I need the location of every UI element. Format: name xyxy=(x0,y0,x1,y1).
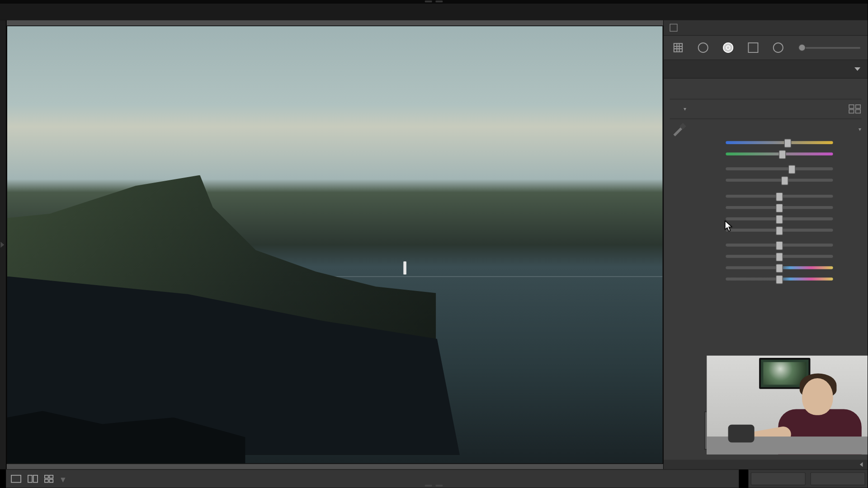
bottom-buttons xyxy=(748,469,868,488)
white-balance-picker-icon[interactable] xyxy=(670,120,688,138)
top-strip xyxy=(0,0,868,4)
slider-exposure[interactable] xyxy=(670,163,862,174)
profile-dropdown[interactable]: ▾ xyxy=(680,106,687,112)
slider-temp[interactable] xyxy=(670,137,862,148)
view-survey-icon[interactable] xyxy=(44,474,55,483)
slider-tint[interactable] xyxy=(670,148,862,160)
crop-tool-icon[interactable] xyxy=(670,41,685,55)
view-compare-icon[interactable] xyxy=(28,474,38,483)
spot-removal-icon[interactable] xyxy=(696,41,710,55)
expand-left-icon[interactable] xyxy=(860,462,863,467)
svg-point-5 xyxy=(698,43,708,52)
svg-rect-13 xyxy=(856,110,861,113)
slider-vibrance[interactable] xyxy=(670,262,862,273)
slider-shadows[interactable] xyxy=(670,202,862,213)
svg-rect-10 xyxy=(849,105,854,108)
calibration-panel-header[interactable] xyxy=(664,460,868,469)
wb-dropdown[interactable]: ▾ xyxy=(855,126,861,132)
svg-rect-16 xyxy=(28,475,32,483)
svg-point-9 xyxy=(773,43,783,52)
slider-clarity[interactable] xyxy=(670,239,862,251)
panel-handle-top[interactable] xyxy=(425,0,443,2)
svg-point-7 xyxy=(726,46,730,49)
reset-button[interactable] xyxy=(810,472,865,485)
panel-handle-bottom[interactable] xyxy=(425,485,443,487)
photo-preview[interactable] xyxy=(6,26,663,464)
collapse-icon[interactable] xyxy=(854,67,860,71)
redeye-tool-icon[interactable] xyxy=(721,41,735,55)
svg-rect-0 xyxy=(674,43,682,52)
svg-rect-8 xyxy=(748,43,758,52)
tool-strip xyxy=(664,36,868,60)
svg-rect-21 xyxy=(49,479,53,483)
view-loupe-icon[interactable] xyxy=(11,474,22,483)
slider-saturation[interactable] xyxy=(670,273,862,285)
original-checkbox[interactable] xyxy=(670,24,677,32)
expand-left-icon[interactable] xyxy=(0,242,4,248)
profile-browser-icon[interactable] xyxy=(849,104,862,114)
status-bar: ▾ xyxy=(6,469,739,488)
svg-rect-20 xyxy=(45,479,48,483)
svg-rect-19 xyxy=(49,475,53,479)
slider-dehaze[interactable] xyxy=(670,251,862,262)
graduated-filter-icon[interactable] xyxy=(746,41,760,55)
slider-whites[interactable] xyxy=(670,213,862,225)
adjustment-brush-slider[interactable] xyxy=(799,44,860,52)
svg-rect-17 xyxy=(33,475,38,483)
basic-panel-header[interactable] xyxy=(664,60,868,79)
webcam-overlay xyxy=(707,356,868,455)
radial-filter-icon[interactable] xyxy=(771,41,785,55)
svg-rect-18 xyxy=(45,475,48,479)
left-panel-collapsed[interactable] xyxy=(0,20,6,469)
svg-rect-15 xyxy=(11,475,21,483)
svg-rect-12 xyxy=(849,110,854,113)
slider-highlights[interactable] xyxy=(670,191,862,202)
svg-rect-11 xyxy=(856,105,861,108)
image-canvas[interactable] xyxy=(6,20,663,469)
slider-blacks[interactable] xyxy=(670,225,862,236)
slider-contrast[interactable] xyxy=(670,174,862,186)
title-bar xyxy=(0,4,868,20)
previous-button[interactable] xyxy=(751,472,806,485)
